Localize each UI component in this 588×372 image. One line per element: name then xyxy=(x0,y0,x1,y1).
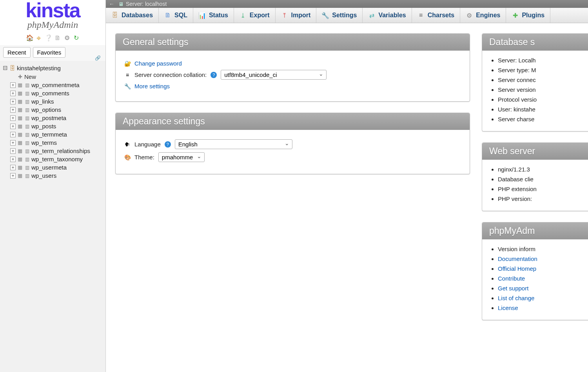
table-link[interactable]: wp_users xyxy=(31,172,56,179)
docs-icon[interactable]: ❔ xyxy=(45,35,52,42)
table-row[interactable]: +▦▥wp_users xyxy=(10,171,104,180)
db-name[interactable]: kinstahelptesting xyxy=(17,65,61,71)
table-row[interactable]: +▦▥wp_usermeta xyxy=(10,163,104,171)
table-link[interactable]: wp_terms xyxy=(31,139,57,146)
home-icon[interactable]: 🏠 xyxy=(26,35,33,42)
expand-icon[interactable]: + xyxy=(10,107,16,113)
columns-icon[interactable]: ▥ xyxy=(24,82,30,88)
help-icon[interactable]: ? xyxy=(211,72,217,78)
columns-icon[interactable]: ▥ xyxy=(24,157,30,162)
expand-icon[interactable]: + xyxy=(10,148,16,154)
table-link[interactable]: wp_term_taxonomy xyxy=(31,156,83,162)
nav-engines[interactable]: ⚙Engines xyxy=(460,8,506,23)
table-row[interactable]: +▦▥wp_term_relationships xyxy=(10,147,104,155)
collation-select[interactable]: utf8mb4_unicode_ci xyxy=(221,70,327,80)
expand-icon[interactable]: + xyxy=(10,140,16,146)
expand-icon[interactable]: + xyxy=(10,173,16,179)
expand-icon[interactable]: + xyxy=(10,157,16,162)
link-icon[interactable]: 🔗 xyxy=(95,55,101,61)
new-table[interactable]: ✚ New xyxy=(10,73,104,81)
expand-icon[interactable]: + xyxy=(10,132,16,137)
info-link[interactable]: License xyxy=(498,305,518,311)
nav-variables[interactable]: ⇄Variables xyxy=(363,8,412,23)
expand-icon[interactable]: + xyxy=(10,91,16,96)
table-row[interactable]: +▦▥wp_commentmeta xyxy=(10,81,104,89)
table-row[interactable]: +▦▥wp_postmeta xyxy=(10,114,104,122)
info-link[interactable]: Get support xyxy=(498,285,528,292)
info-item[interactable]: Official Homep xyxy=(498,264,588,274)
nav-plugins[interactable]: ✚Plugins xyxy=(506,8,550,23)
nav-label: Status xyxy=(209,12,228,19)
table-link[interactable]: wp_posts xyxy=(31,123,56,129)
info-link[interactable]: Contribute xyxy=(498,275,525,282)
info-item: User: kinstahe xyxy=(498,104,588,114)
columns-icon[interactable]: ▥ xyxy=(24,99,30,104)
info-item[interactable]: Contribute xyxy=(498,274,588,283)
table-row[interactable]: +▦▥wp_terms xyxy=(10,139,104,147)
theme-select[interactable]: pmahomme xyxy=(158,152,205,162)
info-link[interactable]: Official Homep xyxy=(498,265,536,272)
columns-icon[interactable]: ▥ xyxy=(24,132,30,137)
expand-icon[interactable]: + xyxy=(10,165,16,170)
table-link[interactable]: wp_usermeta xyxy=(31,164,67,171)
nav-status[interactable]: 📊Status xyxy=(193,8,234,23)
table-link[interactable]: wp_termmeta xyxy=(31,131,67,138)
columns-icon[interactable]: ▥ xyxy=(24,107,30,113)
nav-settings[interactable]: 🔧Settings xyxy=(316,8,363,23)
table-link[interactable]: wp_postmeta xyxy=(31,115,66,121)
engines-icon: ⚙ xyxy=(466,12,473,19)
new-table-link[interactable]: New xyxy=(24,73,36,80)
columns-icon[interactable]: ▥ xyxy=(24,165,30,170)
columns-icon[interactable]: ▥ xyxy=(24,115,30,121)
table-link[interactable]: wp_options xyxy=(31,106,61,113)
table-row[interactable]: +▦▥wp_termmeta xyxy=(10,130,104,139)
back-arrow-icon[interactable]: ← xyxy=(107,1,116,7)
info-item[interactable]: License xyxy=(498,303,588,313)
info-item: Database clie xyxy=(498,174,588,184)
nav-export[interactable]: ⤓Export xyxy=(234,8,276,23)
sql-icon[interactable]: 🗎 xyxy=(54,35,61,42)
wrench-icon: 🔧 xyxy=(124,83,131,89)
settings-icon[interactable]: ⚙ xyxy=(64,35,71,42)
nav-sql[interactable]: 🗎SQL xyxy=(159,8,193,23)
columns-icon[interactable]: ▥ xyxy=(24,140,30,146)
nav-charsets[interactable]: ≡Charsets xyxy=(412,8,460,23)
variables-icon: ⇄ xyxy=(368,12,375,19)
table-row[interactable]: +▦▥wp_term_taxonomy xyxy=(10,155,104,163)
recent-tab[interactable]: Recent xyxy=(3,47,31,58)
collapse-icon[interactable]: ⊟ xyxy=(2,64,8,71)
table-link[interactable]: wp_commentmeta xyxy=(31,82,80,88)
table-row[interactable]: +▦▥wp_links xyxy=(10,97,104,106)
expand-icon[interactable]: + xyxy=(10,99,16,104)
help-icon[interactable]: ? xyxy=(165,141,171,148)
nav-import[interactable]: ⤒Import xyxy=(276,8,317,23)
reload-icon[interactable]: ↻ xyxy=(73,35,80,42)
table-link[interactable]: wp_term_relationships xyxy=(31,148,90,154)
table-link[interactable]: wp_comments xyxy=(31,90,69,97)
info-item[interactable]: List of change xyxy=(498,293,588,303)
breadcrumb-server[interactable]: Server: localhost xyxy=(126,1,167,7)
table-row[interactable]: +▦▥wp_comments xyxy=(10,89,104,97)
more-settings-link[interactable]: More settings xyxy=(134,83,170,89)
favorites-tab[interactable]: Favorites xyxy=(33,47,66,58)
change-password-link[interactable]: Change password xyxy=(134,60,182,67)
expand-icon[interactable]: + xyxy=(10,82,16,88)
table-row[interactable]: +▦▥wp_options xyxy=(10,106,104,114)
table-link[interactable]: wp_links xyxy=(31,98,54,105)
info-item[interactable]: Documentation xyxy=(498,254,588,264)
info-item[interactable]: Get support xyxy=(498,283,588,293)
phpmyadmin-panel: phpMyAdm Version informDocumentationOffi… xyxy=(482,222,588,320)
columns-icon[interactable]: ▥ xyxy=(24,91,30,96)
logout-icon[interactable]: ⎆ xyxy=(35,35,42,42)
db-root[interactable]: ⊟ 🗄 kinstahelptesting xyxy=(2,63,104,73)
expand-icon[interactable]: + xyxy=(10,124,16,129)
info-link[interactable]: Documentation xyxy=(498,255,537,262)
columns-icon[interactable]: ▥ xyxy=(24,148,30,154)
language-select[interactable]: English xyxy=(175,139,292,149)
nav-databases[interactable]: 🗄Databases xyxy=(106,8,159,23)
expand-icon[interactable]: + xyxy=(10,115,16,121)
columns-icon[interactable]: ▥ xyxy=(24,124,30,129)
columns-icon[interactable]: ▥ xyxy=(24,173,30,179)
info-link[interactable]: List of change xyxy=(498,295,534,301)
table-row[interactable]: +▦▥wp_posts xyxy=(10,122,104,130)
